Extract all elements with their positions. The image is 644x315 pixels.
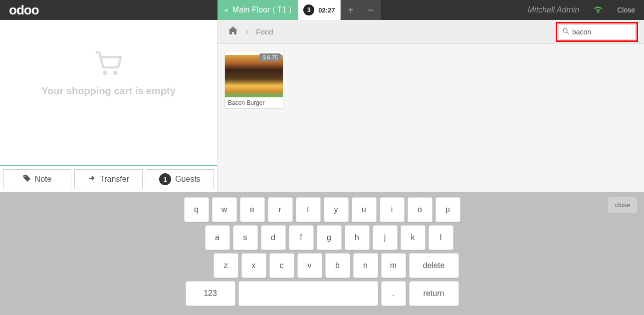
cart-panel: Your shopping cart is empty Note Transfe… [0,20,217,192]
keyboard-close-button[interactable]: close [608,197,637,213]
keyboard-overlay: close q w e r t y u i o p a s d f g h j … [0,192,644,315]
search-box: ✕ [558,24,636,39]
key-b[interactable]: b [325,253,350,278]
breadcrumb: › Food ✕ [217,20,644,44]
cart-icon [94,50,124,79]
svg-point-1 [113,71,117,75]
key-e[interactable]: e [240,197,265,222]
virtual-keyboard: q w e r t y u i o p a s d f g h j k l z … [184,197,460,309]
product-panel: › Food ✕ $ 6.75 Bacon Burger [217,20,644,192]
key-numeric[interactable]: 123 [186,281,235,306]
tag-icon [23,174,31,184]
floor-button[interactable]: « Main Floor ( T1 ) [217,0,298,20]
table-label: ( T1 ) [272,5,291,14]
logo: odoo [0,0,75,20]
transfer-label: Transfer [100,175,129,184]
breadcrumb-category[interactable]: Food [251,27,273,36]
key-i[interactable]: i [380,197,405,222]
svg-point-2 [563,28,567,32]
key-p[interactable]: p [435,197,460,222]
key-g[interactable]: g [317,225,342,250]
breadcrumb-separator-icon: › [245,25,248,38]
cart-empty-area: Your shopping cart is empty [0,20,217,165]
home-icon[interactable] [223,26,242,37]
key-d[interactable]: d [261,225,286,250]
key-x[interactable]: x [241,253,266,278]
cart-actions: Note Transfer 1 Guests [0,166,217,192]
key-space[interactable] [238,281,378,306]
key-w[interactable]: w [212,197,237,222]
order-number-badge: 3 [303,4,314,15]
main-area: Your shopping cart is empty Note Transfe… [0,20,644,192]
keyboard-row-2: a s d f g h j k l [184,225,460,250]
key-delete[interactable]: delete [409,253,459,278]
product-image: $ 6.75 [225,51,283,97]
key-k[interactable]: k [401,225,426,250]
key-h[interactable]: h [345,225,370,250]
floor-label: Main Floor [232,5,270,14]
top-bar: odoo « Main Floor ( T1 ) 3 02:27 + − Mit… [0,0,644,20]
keyboard-row-4: 123 . return [184,281,460,306]
product-grid: $ 6.75 Bacon Burger [217,44,644,192]
key-period[interactable]: . [381,281,406,306]
key-s[interactable]: s [233,225,258,250]
wifi-icon [588,0,608,20]
key-return[interactable]: return [409,281,459,306]
order-time: 02:27 [318,6,335,14]
plus-icon: + [348,4,354,16]
close-button[interactable]: Close [608,0,644,20]
close-label: Close [617,6,635,14]
minus-icon: − [368,4,374,16]
guests-label: Guests [175,175,201,184]
key-f[interactable]: f [289,225,314,250]
keyboard-row-3: z x c v b n m delete [184,253,460,278]
user-name[interactable]: Mitchell Admin [519,0,588,20]
svg-line-3 [567,32,569,34]
search-input[interactable] [572,28,644,36]
key-o[interactable]: o [408,197,432,222]
chevron-left-icon: « [224,6,228,14]
key-z[interactable]: z [214,253,238,278]
search-icon [563,28,569,36]
key-l[interactable]: l [429,225,453,250]
key-r[interactable]: r [268,197,293,222]
key-n[interactable]: n [353,253,378,278]
order-info[interactable]: 3 02:27 [298,0,340,20]
svg-point-0 [102,71,107,75]
note-button[interactable]: Note [3,169,71,189]
guests-button[interactable]: 1 Guests [146,169,214,189]
logo-text: odoo [9,2,39,18]
minus-button[interactable]: − [361,0,381,20]
keyboard-row-1: q w e r t y u i o p [184,197,460,222]
plus-button[interactable]: + [341,0,361,20]
key-u[interactable]: u [352,197,377,222]
guests-count-badge: 1 [159,173,171,185]
key-y[interactable]: y [324,197,349,222]
search-highlight: ✕ [556,22,638,42]
spacer [381,0,519,20]
key-c[interactable]: c [269,253,294,278]
spacer [75,0,217,20]
key-j[interactable]: j [373,225,398,250]
note-label: Note [35,175,52,184]
cart-empty-text: Your shopping cart is empty [41,85,176,97]
product-price: $ 6.75 [259,53,281,61]
product-name: Bacon Burger [225,97,283,108]
transfer-button[interactable]: Transfer [74,169,143,189]
key-v[interactable]: v [297,253,322,278]
product-card[interactable]: $ 6.75 Bacon Burger [224,51,283,109]
key-a[interactable]: a [205,225,230,250]
arrow-right-icon [88,174,96,184]
key-t[interactable]: t [296,197,321,222]
key-q[interactable]: q [184,197,209,222]
key-m[interactable]: m [381,253,406,278]
